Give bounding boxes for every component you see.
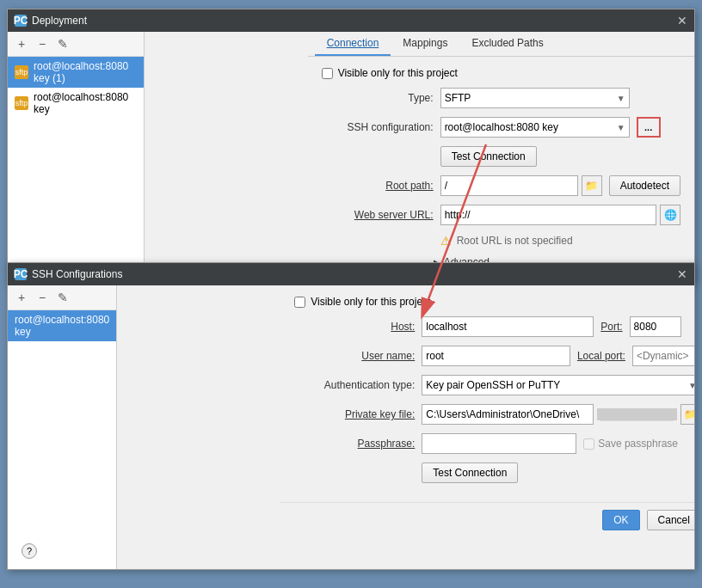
ssh-configurations-window: PC SSH Configurations ✕ + − ✎ root@local… [7, 262, 695, 570]
sidebar-item-deployment-0[interactable]: sftp root@localhost:8080 key (1) [8, 57, 144, 88]
root-path-input[interactable] [440, 175, 578, 196]
ssh-save-passphrase-group: Save passphrase [583, 438, 678, 450]
ssh-private-key-blurred: ██████████ [597, 408, 677, 420]
deployment-sidebar: + − ✎ sftp root@localhost:8080 key (1) s… [8, 32, 145, 273]
ssh-sidebar-label-0: root@localhost:8080 key [15, 314, 109, 338]
test-connection-row: Test Connection [440, 146, 680, 167]
sidebar-item-ssh-0[interactable]: root@localhost:8080 key [8, 310, 116, 341]
ssh-visible-only-checkbox[interactable] [294, 297, 305, 308]
root-path-label: Root path: [322, 180, 434, 192]
ssh-private-key-label: Private key file: [294, 408, 415, 420]
tab-excluded-paths[interactable]: Excluded Paths [459, 32, 555, 56]
ssh-test-connection-row: Test Connection [422, 462, 694, 483]
ssh-main-panel: Visible only for this project Host: Port… [280, 285, 694, 569]
ssh-username-input[interactable] [422, 346, 570, 366]
ssh-auth-dropdown-arrow: ▼ [688, 381, 694, 390]
ssh-passphrase-group: Save passphrase [422, 433, 694, 454]
ssh-host-row: Host: Port: [294, 316, 694, 337]
ssh-save-passphrase-checkbox[interactable] [583, 438, 594, 450]
ssh-host-group: Port: [422, 316, 694, 337]
ssh-visible-only-label: Visible only for this project [311, 296, 430, 308]
remove-deployment-button[interactable]: − [34, 35, 51, 52]
visible-only-checkbox[interactable] [322, 68, 333, 79]
ssh-passphrase-row: Passphrase: Save passphrase [294, 433, 694, 454]
sidebar-item-label-1: root@localhost:8080 key [34, 91, 137, 115]
ssh-form: Visible only for this project Host: Port… [280, 285, 694, 502]
type-label: Type: [322, 92, 434, 104]
ssh-private-key-browse-button[interactable]: 📁 [680, 404, 694, 425]
sidebar-item-label-0: root@localhost:8080 key (1) [34, 60, 137, 84]
ssh-titlebar: PC SSH Configurations ✕ [8, 263, 694, 285]
ssh-sidebar: + − ✎ root@localhost:8080 key [8, 285, 117, 569]
ssh-config-dropdown-arrow: ▼ [617, 123, 625, 132]
web-server-input[interactable] [440, 205, 656, 225]
visible-only-label: Visible only for this project [338, 67, 458, 79]
ssh-host-label: Host: [294, 321, 415, 333]
type-dropdown-value: SFTP [445, 92, 471, 104]
ssh-sidebar-toolbar: + − ✎ [8, 285, 116, 310]
ssh-auth-value: Key pair OpenSSH or PuTTY [426, 379, 560, 391]
warning-row: ⚠ Root URL is not specified [440, 234, 680, 248]
ssh-cancel-button[interactable]: Cancel [647, 510, 694, 530]
test-connection-button[interactable]: Test Connection [440, 146, 537, 167]
ssh-passphrase-label: Passphrase: [294, 438, 415, 450]
ssh-title-icon: PC [15, 268, 27, 280]
ssh-private-key-input[interactable] [422, 404, 594, 425]
deployment-form: Visible only for this project Type: SFTP… [308, 57, 694, 279]
ssh-config-ellipsis-button[interactable]: ... [637, 117, 661, 138]
ssh-config-label: SSH configuration: [322, 121, 434, 133]
type-dropdown-arrow: ▼ [617, 94, 625, 103]
ssh-host-input[interactable] [422, 316, 594, 337]
deployment-title: Deployment [32, 15, 87, 27]
ssh-bottom-bar: ? OK Cancel [280, 502, 694, 537]
add-ssh-button[interactable]: + [13, 289, 30, 306]
sftp-icon-1: sftp [15, 96, 28, 110]
ssh-port-input[interactable] [630, 316, 681, 337]
ssh-test-connection-button[interactable]: Test Connection [422, 462, 518, 483]
ssh-save-passphrase-label: Save passphrase [598, 438, 678, 450]
sftp-icon-0: sftp [15, 65, 28, 79]
web-server-globe-button[interactable]: 🌐 [660, 205, 680, 225]
web-server-group: 🌐 [440, 205, 680, 225]
ssh-username-label: User name: [294, 350, 415, 362]
tab-mappings[interactable]: Mappings [391, 32, 459, 56]
type-dropdown[interactable]: SFTP ▼ [440, 88, 630, 108]
deployment-main-panel: Connection Mappings Excluded Paths Visib… [308, 32, 694, 279]
ssh-auth-row: Authentication type: Key pair OpenSSH or… [294, 375, 694, 395]
edit-deployment-button[interactable]: ✎ [54, 35, 71, 52]
ssh-auth-dropdown[interactable]: Key pair OpenSSH or PuTTY ▼ [422, 375, 694, 395]
web-server-row: Web server URL: 🌐 [322, 205, 680, 225]
ssh-title: SSH Configurations [32, 268, 122, 280]
ssh-content: + − ✎ root@localhost:8080 key Visible on… [8, 285, 694, 569]
remove-ssh-button[interactable]: − [34, 289, 51, 306]
deployment-sidebar-toolbar: + − ✎ [8, 32, 144, 57]
ssh-help-button[interactable]: ? [22, 543, 37, 559]
ssh-passphrase-input[interactable] [422, 433, 576, 454]
ssh-visible-only-row: Visible only for this project [294, 296, 694, 308]
root-path-group: 📁 [440, 175, 602, 196]
root-path-browse-button[interactable]: 📁 [582, 175, 602, 196]
add-deployment-button[interactable]: + [13, 35, 30, 52]
deployment-title-icon: PC [15, 15, 27, 27]
ssh-private-key-group: ██████████ 📁 [422, 404, 694, 425]
ssh-localport-label: Local port: [577, 350, 625, 362]
visible-only-row: Visible only for this project [322, 67, 680, 79]
deployment-close-button[interactable]: ✕ [677, 15, 687, 27]
edit-ssh-button[interactable]: ✎ [54, 289, 71, 306]
ssh-username-row: User name: Local port: [294, 346, 694, 366]
tab-connection[interactable]: Connection [315, 32, 391, 56]
deployment-window: PC Deployment ✕ + − ✎ sftp root@localhos… [7, 9, 695, 284]
ssh-config-dropdown[interactable]: root@localhost:8080 key ▼ [440, 117, 630, 138]
deployment-titlebar: PC Deployment ✕ [8, 9, 694, 32]
type-row: Type: SFTP ▼ [322, 88, 680, 108]
ssh-username-group: Local port: [422, 346, 694, 366]
sidebar-item-deployment-1[interactable]: sftp root@localhost:8080 key [8, 88, 144, 119]
deployment-content: + − ✎ sftp root@localhost:8080 key (1) s… [8, 32, 694, 279]
ssh-config-dropdown-value: root@localhost:8080 key [445, 121, 558, 133]
ssh-port-label: Port: [600, 321, 622, 333]
ssh-close-button[interactable]: ✕ [677, 268, 687, 280]
ssh-ok-button[interactable]: OK [602, 510, 639, 530]
ssh-auth-label: Authentication type: [294, 379, 415, 391]
autodetect-button[interactable]: Autodetect [609, 175, 680, 196]
ssh-localport-input[interactable] [632, 346, 694, 366]
